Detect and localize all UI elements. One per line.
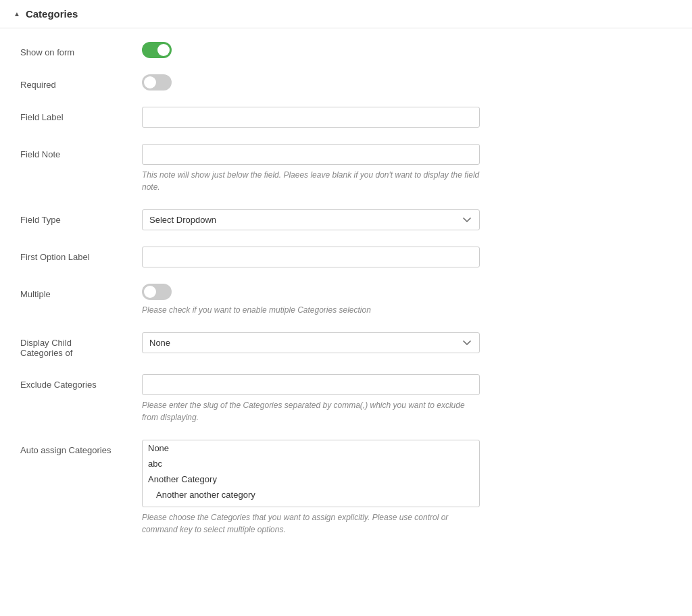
auto-assign-categories-listbox[interactable]: None abc Another Category Another anothe… bbox=[142, 440, 480, 507]
field-note-hint: This note will show just below the field… bbox=[142, 169, 480, 193]
section-title: Categories bbox=[26, 8, 78, 20]
field-note-control: This note will show just below the field… bbox=[142, 144, 672, 193]
multiple-control: Please check if you want to enable mutip… bbox=[142, 284, 672, 316]
aac-option-another-another: Another another category bbox=[143, 487, 479, 503]
show-on-form-row: Show on form bbox=[20, 42, 672, 58]
multiple-row: Multiple Please check if you want to ena… bbox=[20, 284, 672, 316]
multiple-toggle[interactable] bbox=[142, 284, 172, 300]
field-label-label: Field Label bbox=[20, 107, 142, 122]
field-type-select[interactable]: Select Dropdown Radio Buttons Checkboxes bbox=[142, 209, 480, 230]
field-note-label: Field Note bbox=[20, 144, 142, 159]
aac-option-another: Another Category bbox=[143, 471, 479, 487]
collapse-icon[interactable]: ▲ bbox=[14, 10, 20, 18]
display-child-categories-row: Display Child Categories of None abc Ano… bbox=[20, 332, 672, 358]
exclude-categories-hint: Please enter the slug of the Categories … bbox=[142, 399, 480, 424]
required-control bbox=[142, 74, 672, 91]
auto-assign-categories-control: None abc Another Category Another anothe… bbox=[142, 440, 672, 536]
show-on-form-slider bbox=[142, 42, 172, 58]
field-type-label: Field Type bbox=[20, 209, 142, 225]
field-note-input[interactable] bbox=[142, 144, 480, 165]
aac-option-abc: abc bbox=[143, 456, 479, 471]
aac-option-none: None bbox=[143, 440, 479, 456]
show-on-form-toggle[interactable] bbox=[142, 42, 172, 58]
exclude-categories-input[interactable] bbox=[142, 374, 480, 395]
auto-assign-categories-label: Auto assign Categories bbox=[20, 440, 142, 455]
field-note-row: Field Note This note will show just belo… bbox=[20, 144, 672, 193]
required-slider bbox=[142, 74, 172, 91]
required-toggle[interactable] bbox=[142, 74, 172, 91]
multiple-hint: Please check if you want to enable mutip… bbox=[142, 304, 480, 316]
show-on-form-control bbox=[142, 42, 672, 58]
display-child-categories-label: Display Child Categories of bbox=[20, 332, 142, 358]
first-option-label-input[interactable] bbox=[142, 247, 480, 267]
multiple-label: Multiple bbox=[20, 284, 142, 299]
first-option-label-control bbox=[142, 247, 672, 267]
show-on-form-label: Show on form bbox=[20, 42, 142, 57]
field-type-control: Select Dropdown Radio Buttons Checkboxes bbox=[142, 209, 672, 230]
section-header: ▲ Categories bbox=[0, 0, 692, 28]
field-type-row: Field Type Select Dropdown Radio Buttons… bbox=[20, 209, 672, 230]
page-container: ▲ Categories Show on form Required bbox=[0, 0, 692, 565]
exclude-categories-label: Exclude Categories bbox=[20, 374, 142, 390]
field-label-control bbox=[142, 107, 672, 128]
exclude-categories-row: Exclude Categories Please enter the slug… bbox=[20, 374, 672, 424]
multiple-slider bbox=[142, 284, 172, 300]
auto-assign-categories-row: Auto assign Categories None abc Another … bbox=[20, 440, 672, 536]
form-body: Show on form Required Field Label bbox=[0, 28, 692, 565]
auto-assign-categories-hint: Please choose the Categories that you wa… bbox=[142, 511, 480, 536]
required-label: Required bbox=[20, 74, 142, 90]
field-label-row: Field Label bbox=[20, 107, 672, 128]
required-row: Required bbox=[20, 74, 672, 91]
exclude-categories-control: Please enter the slug of the Categories … bbox=[142, 374, 672, 424]
display-child-categories-select[interactable]: None abc Another Category Another anothe… bbox=[142, 332, 480, 353]
field-label-input[interactable] bbox=[142, 107, 480, 128]
first-option-label-label: First Option Label bbox=[20, 247, 142, 262]
display-child-categories-control: None abc Another Category Another anothe… bbox=[142, 332, 672, 353]
first-option-label-row: First Option Label bbox=[20, 247, 672, 267]
